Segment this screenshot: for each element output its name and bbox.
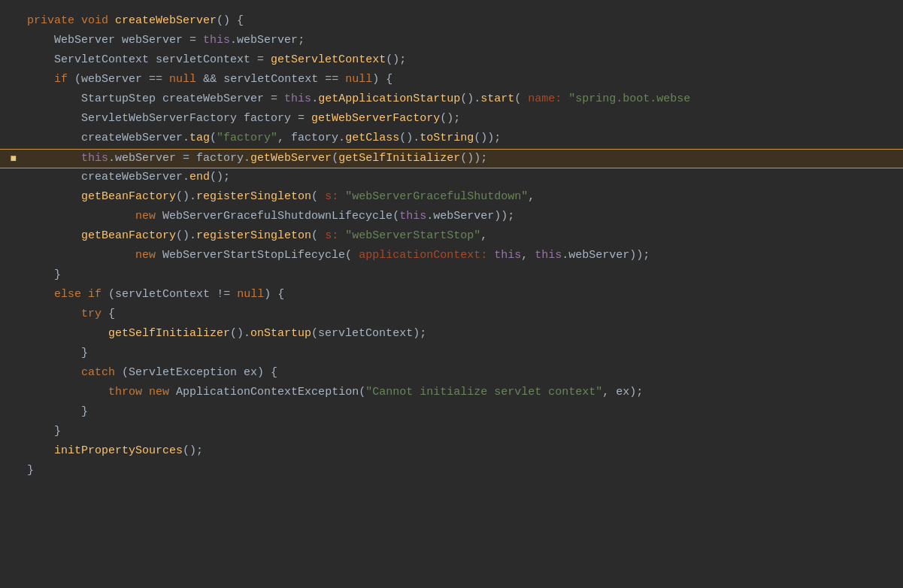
line-gutter-13 <box>0 247 21 266</box>
code-line-9: createWebServer.end(); <box>0 168 903 188</box>
line-content-14: } <box>21 266 888 286</box>
code-line-14: } <box>0 266 903 286</box>
code-line-3: ServletContext servletContext = getServl… <box>0 51 903 71</box>
code-line-2: WebServer webServer = this.webServer; <box>0 32 903 51</box>
line-content-19: catch (ServletException ex) { <box>21 364 888 383</box>
line-content-2: WebServer webServer = this.webServer; <box>21 32 888 51</box>
line-gutter-21 <box>0 403 21 423</box>
code-line-8: ■ this.webServer = factory.getWebServer(… <box>0 149 903 168</box>
line-gutter-17 <box>0 325 21 344</box>
line-content-3: ServletContext servletContext = getServl… <box>21 51 888 71</box>
line-content-9: createWebServer.end(); <box>21 168 888 188</box>
code-line-19: catch (ServletException ex) { <box>0 364 903 383</box>
code-line-18: } <box>0 344 903 364</box>
code-line-12: getBeanFactory().registerSingleton( s: "… <box>0 227 903 247</box>
line-content-7: createWebServer.tag("factory", factory.g… <box>21 129 888 149</box>
line-content-4: if (webServer == null && servletContext … <box>21 71 888 90</box>
line-content-17: getSelfInitializer().onStartup(servletCo… <box>21 325 888 344</box>
line-gutter-2 <box>0 32 21 51</box>
line-gutter-19 <box>0 364 21 383</box>
line-content-18: } <box>21 344 888 364</box>
code-editor: private void createWebServer() { WebServ… <box>0 0 903 493</box>
code-line-10: getBeanFactory().registerSingleton( s: "… <box>0 188 903 208</box>
line-content-11: new WebServerGracefulShutdownLifecycle(t… <box>21 208 888 227</box>
code-line-24: } <box>0 462 903 481</box>
line-gutter-14 <box>0 266 21 286</box>
code-line-5: StartupStep createWebServer = this.getAp… <box>0 90 903 110</box>
line-gutter-4 <box>0 71 21 90</box>
line-content-1: private void createWebServer() { <box>21 12 888 32</box>
line-gutter-5 <box>0 90 21 110</box>
line-content-5: StartupStep createWebServer = this.getAp… <box>21 90 888 110</box>
line-content-21: } <box>21 403 888 423</box>
code-line-7: createWebServer.tag("factory", factory.g… <box>0 129 903 149</box>
line-content-16: try { <box>21 305 888 325</box>
code-line-22: } <box>0 423 903 442</box>
line-gutter-16 <box>0 305 21 325</box>
line-gutter-20 <box>0 383 21 403</box>
bookmark-icon: ■ <box>11 150 17 167</box>
code-line-11: new WebServerGracefulShutdownLifecycle(t… <box>0 208 903 227</box>
line-gutter-9 <box>0 168 21 188</box>
line-content-6: ServletWebServerFactory factory = getWeb… <box>21 110 888 129</box>
code-line-1: private void createWebServer() { <box>0 12 903 32</box>
line-gutter-23 <box>0 442 21 462</box>
line-gutter-22 <box>0 423 21 442</box>
code-line-21: } <box>0 403 903 423</box>
line-content-10: getBeanFactory().registerSingleton( s: "… <box>21 188 888 208</box>
line-content-8: this.webServer = factory.getWebServer(ge… <box>21 150 888 168</box>
line-content-12: getBeanFactory().registerSingleton( s: "… <box>21 227 888 247</box>
line-content-22: } <box>21 423 888 442</box>
code-line-13: new WebServerStartStopLifecycle( applica… <box>0 247 903 266</box>
line-gutter-6 <box>0 110 21 129</box>
line-gutter-10 <box>0 188 21 208</box>
code-line-4: if (webServer == null && servletContext … <box>0 71 903 90</box>
code-line-15: else if (servletContext != null) { <box>0 286 903 305</box>
line-gutter-11 <box>0 208 21 227</box>
line-gutter-8: ■ <box>0 150 21 168</box>
line-content-23: initPropertySources(); <box>21 442 888 462</box>
code-line-17: getSelfInitializer().onStartup(servletCo… <box>0 325 903 344</box>
line-content-20: throw new ApplicationContextException("C… <box>21 383 888 403</box>
code-line-23: initPropertySources(); <box>0 442 903 462</box>
line-gutter-18 <box>0 344 21 364</box>
line-content-15: else if (servletContext != null) { <box>21 286 888 305</box>
code-line-6: ServletWebServerFactory factory = getWeb… <box>0 110 903 129</box>
line-gutter-15 <box>0 286 21 305</box>
line-gutter-3 <box>0 51 21 71</box>
line-gutter-1 <box>0 12 21 32</box>
code-line-16: try { <box>0 305 903 325</box>
line-content-24: } <box>21 462 888 481</box>
line-gutter-24 <box>0 462 21 481</box>
code-line-20: throw new ApplicationContextException("C… <box>0 383 903 403</box>
line-content-13: new WebServerStartStopLifecycle( applica… <box>21 247 888 266</box>
line-gutter-12 <box>0 227 21 247</box>
line-gutter-7 <box>0 129 21 149</box>
